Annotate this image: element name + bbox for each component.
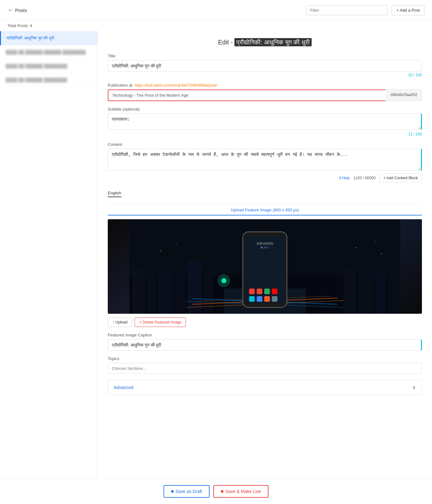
save-draft-button[interactable]: Save as Draft [164, 485, 210, 498]
advanced-label: Advanced [114, 385, 133, 390]
svg-point-33 [176, 244, 177, 245]
upload-label: Upload [115, 320, 127, 324]
topics-input[interactable] [108, 363, 422, 374]
svg-text:🌤 32°C: 🌤 32°C [260, 246, 269, 249]
save-draft-dot-icon [171, 490, 174, 493]
chevron-down-icon: ∨ [412, 384, 416, 390]
feature-image-svg: 10月16日(日) 🌤 32°C [108, 219, 422, 314]
topics-label: Topics [108, 356, 422, 361]
sidebar-item-label-4: ████ ██ ██████ ████████ [6, 77, 67, 82]
main-content: प्रौद्योगिकी: आधुनिक युग की धुरी ████ ██… [0, 31, 432, 478]
svg-rect-5 [175, 266, 186, 314]
word-count: 1103 / 90000 [354, 176, 376, 180]
content-label: Content [108, 142, 422, 147]
editor-panel: Edit - प्रौद्योगिकी: आधुनिक युग की धुरी … [98, 31, 432, 478]
help-icon: ℹ [339, 176, 341, 180]
slug-row: -66b48cf3aa052 [108, 89, 422, 101]
svg-rect-27 [272, 289, 278, 294]
sidebar-item-2[interactable]: ████ ██ ██████ ██████ ████████ [0, 45, 97, 59]
filter-input[interactable] [306, 5, 388, 15]
divider [108, 203, 422, 204]
svg-point-35 [375, 241, 376, 242]
svg-point-32 [160, 250, 161, 251]
title-input[interactable] [108, 60, 422, 72]
add-content-block-button[interactable]: + Add Content Block [379, 174, 422, 182]
svg-rect-11 [388, 266, 400, 314]
upload-button[interactable]: ↑ Upload [108, 318, 132, 327]
bottom-actions: Save as Draft Save & Make Live [0, 478, 432, 504]
publication-url-link[interactable]: https://hub.batoi.com/shruti-644759fe566… [135, 83, 217, 88]
title-label: Title [108, 54, 422, 58]
svg-rect-7 [204, 270, 213, 314]
edit-title-bar: Edit - प्रौद्योगिकी: आधुनिक युग की धुरी [108, 39, 422, 46]
svg-rect-30 [264, 296, 270, 302]
svg-rect-2 [133, 270, 145, 314]
svg-rect-4 [158, 273, 174, 314]
advanced-header[interactable]: Advanced ∨ [108, 380, 422, 395]
subtitle-label: Subtitle (optional) [108, 107, 422, 112]
sidebar: प्रौद्योगिकी: आधुनिक युग की धुरी ████ ██… [0, 31, 98, 478]
svg-rect-3 [147, 263, 156, 314]
caption-label: Featured Image Caption [108, 333, 422, 337]
help-link[interactable]: ℹ Help [339, 176, 350, 180]
publication-row: Publication at https://hub.batoi.com/shr… [108, 83, 422, 88]
caption-group: Featured Image Caption [108, 333, 422, 351]
content-footer: ℹ Help 1103 / 90000 + Add Content Block [108, 174, 422, 182]
subtitle-group: Subtitle (optional) प्रस्तावना: 11 / 240 [108, 107, 422, 136]
slug-input[interactable] [108, 89, 385, 101]
svg-rect-8 [344, 268, 356, 314]
svg-text:10月16日(日): 10月16日(日) [256, 242, 273, 245]
feature-image: 10月16日(日) 🌤 32°C [108, 219, 422, 314]
total-posts: Total Posts: 4 [0, 21, 432, 31]
save-draft-label: Save as Draft [176, 489, 202, 494]
svg-rect-26 [264, 289, 270, 294]
upload-icon: ↑ [112, 320, 115, 324]
subtitle-char-count: 11 / 240 [108, 132, 422, 136]
subtitle-textarea[interactable]: प्रस्तावना: [108, 113, 422, 130]
title-char-count: 32 / 100 [108, 73, 422, 77]
page-title: प्रौद्योगिकी: आधुनिक युग की धुरी [234, 38, 312, 46]
language-label: English [108, 191, 121, 197]
content-textarea[interactable]: प्रौद्योगिकी, जिसे हम अक्सर टेकनोलॉजी के… [108, 149, 422, 171]
delete-featured-button[interactable]: × Delete Featured Image [135, 318, 186, 327]
top-bar: ← Posts + Add a Post [0, 0, 432, 21]
svg-rect-24 [249, 289, 255, 294]
svg-rect-6 [188, 260, 202, 314]
sidebar-item-label-3: ████ ██ ██████ ████████ [6, 64, 67, 68]
add-post-button[interactable]: + Add a Post [392, 5, 424, 15]
image-actions: ↑ Upload × Delete Featured Image [108, 318, 422, 327]
save-live-label: Save & Make Live [225, 489, 261, 494]
save-live-dot-icon [221, 490, 223, 493]
svg-rect-31 [272, 296, 278, 302]
svg-rect-29 [257, 296, 262, 302]
save-live-button[interactable]: Save & Make Live [213, 485, 268, 498]
sidebar-item-4[interactable]: ████ ██ ██████ ████████ [0, 73, 97, 87]
sidebar-item-3[interactable]: ████ ██ ██████ ████████ [0, 59, 97, 73]
content-group: Content प्रौद्योगिकी, जिसे हम अक्सर टेकन… [108, 142, 422, 182]
advanced-section: Advanced ∨ [108, 380, 422, 395]
caption-input[interactable] [108, 339, 422, 351]
back-label: Posts [15, 8, 27, 13]
svg-rect-9 [358, 263, 374, 314]
slug-badge: -66b48cf3aa052 [385, 89, 422, 101]
feature-image-container: 10月16日(日) 🌤 32°C [108, 219, 422, 314]
svg-rect-10 [375, 271, 386, 314]
svg-point-36 [381, 253, 382, 255]
back-link[interactable]: ← Posts [8, 7, 27, 14]
svg-point-38 [218, 274, 230, 287]
back-arrow-icon: ← [8, 7, 13, 14]
sidebar-item-label-2: ████ ██ ██████ ██████ ████████ [6, 50, 86, 54]
upload-feature-link[interactable]: Upload Feature Image (900 x 450 px) [108, 205, 422, 215]
svg-rect-25 [257, 289, 262, 294]
title-group: Title 32 / 100 [108, 54, 422, 77]
publication-label: Publication at [108, 83, 132, 88]
topics-group: Topics [108, 356, 422, 374]
help-label: Help [342, 176, 350, 180]
sidebar-item-label-1: प्रौद्योगिकी: आधुनिक युग की धुरी [7, 36, 54, 40]
edit-prefix: Edit - [218, 39, 233, 46]
svg-rect-28 [249, 296, 255, 302]
sidebar-item-1[interactable]: प्रौद्योगिकी: आधुनिक युग की धुरी [0, 31, 97, 45]
svg-point-34 [356, 247, 357, 248]
